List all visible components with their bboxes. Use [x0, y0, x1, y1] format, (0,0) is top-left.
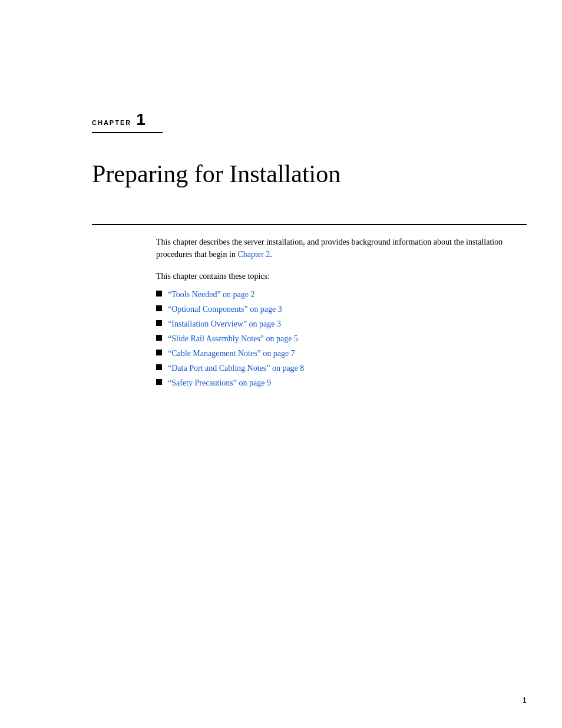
page-number: 1 — [523, 696, 527, 704]
toc-link[interactable]: “Tools Needed” on page 2 — [168, 288, 255, 301]
chapter-underline — [92, 132, 163, 133]
toc-link[interactable]: “Cable Management Notes” on page 7 — [168, 347, 295, 360]
list-item: “Data Port and Cabling Notes” on page 8 — [156, 362, 521, 374]
toc-list: “Tools Needed” on page 2“Optional Compon… — [156, 288, 521, 389]
topics-intro: This chapter contains these topics: — [156, 270, 521, 282]
bullet-icon — [156, 305, 162, 311]
chapter-number: 1 — [136, 111, 146, 128]
bullet-icon — [156, 379, 162, 385]
toc-link[interactable]: “Optional Components” on page 3 — [168, 303, 282, 315]
intro-text: This chapter describes the server instal… — [156, 238, 503, 259]
content-area: This chapter describes the server instal… — [156, 236, 521, 391]
bullet-icon — [156, 350, 162, 355]
chapter2-link[interactable]: Chapter 2 — [237, 250, 270, 259]
bullet-icon — [156, 364, 162, 370]
bullet-icon — [156, 335, 162, 341]
bullet-icon — [156, 291, 162, 297]
list-item: “Slide Rail Assembly Notes” on page 5 — [156, 332, 521, 345]
list-item: “Optional Components” on page 3 — [156, 303, 521, 315]
chapter-label-area: CHAPTER 1 — [92, 111, 146, 128]
list-item: “Cable Management Notes” on page 7 — [156, 347, 521, 360]
bullet-icon — [156, 320, 162, 326]
list-item: “Installation Overview” on page 3 — [156, 318, 521, 330]
toc-link[interactable]: “Slide Rail Assembly Notes” on page 5 — [168, 332, 298, 345]
toc-link[interactable]: “Safety Precautions” on page 9 — [168, 377, 271, 389]
list-item: “Safety Precautions” on page 9 — [156, 377, 521, 389]
list-item: “Tools Needed” on page 2 — [156, 288, 521, 301]
page: CHAPTER 1 Preparing for Installation Thi… — [0, 0, 562, 728]
intro-paragraph: This chapter describes the server instal… — [156, 236, 521, 261]
toc-link[interactable]: “Installation Overview” on page 3 — [168, 318, 281, 330]
chapter-word: CHAPTER — [92, 119, 131, 126]
chapter-title: Preparing for Installation — [92, 159, 515, 189]
toc-link[interactable]: “Data Port and Cabling Notes” on page 8 — [168, 362, 304, 374]
section-divider — [92, 224, 527, 225]
